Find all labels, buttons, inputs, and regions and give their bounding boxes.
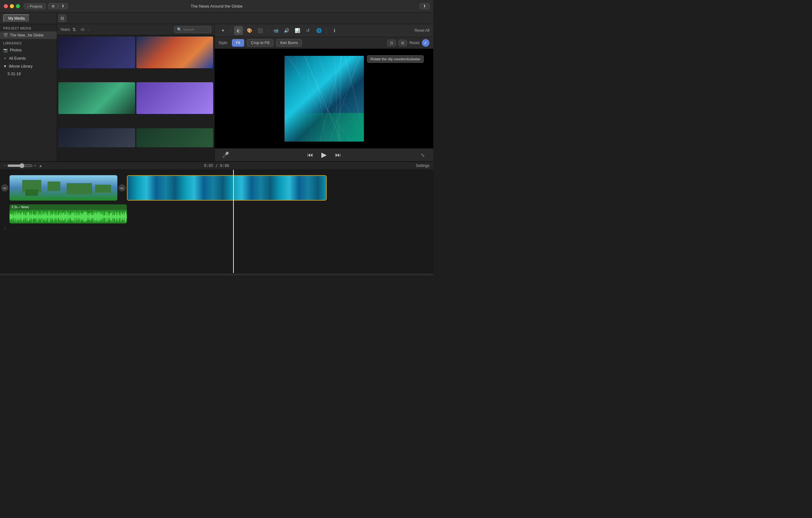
style-fit-button[interactable]: Fit [232,39,244,47]
balance-icon[interactable]: ◐ [234,26,243,35]
audio-track-row: 3.3s – News [0,203,433,224]
sidebar-item-project[interactable]: 🎬 The New...he Globe [0,31,57,39]
title-bar: ‹ Projects ⊞ ⬇ The News Around the Globe… [0,0,433,13]
media-thumb-trello[interactable] [136,82,213,114]
media-toolbar: Years ⇅ All ⌄ 🔍 [57,24,214,35]
aspect-ratio-square-button[interactable]: ⊟ [398,40,407,46]
zoom-out-icon[interactable]: − [4,163,6,168]
photos-label: Photos [10,48,22,52]
layout-toggle-button[interactable]: ⊟ [58,15,66,22]
tab-my-media[interactable]: My Media [3,14,30,23]
timeline-header: − + ▲ 0:05 / 0:06 Settings [0,162,433,170]
grid-icon: ⊞ [52,4,55,8]
skip-forward-button[interactable]: ⏭ [334,151,343,159]
info-icon[interactable]: ℹ [330,26,339,35]
timeline-scrollbar[interactable] [0,273,433,275]
settings-label: Settings [416,163,430,168]
inspector-sep-2 [268,27,268,34]
film-icon: 🎬 [3,33,8,37]
sidebar-item-photos[interactable]: 📷 Photos [0,46,57,54]
sidebar-item-5-31-19[interactable]: 5-31-19 [0,70,57,78]
search-box[interactable]: 🔍 [174,26,211,33]
volume-icon[interactable]: 🔊 [282,26,291,35]
media-thumb-winter[interactable] [136,36,213,68]
camera-stabilize-icon[interactable]: 📹 [271,26,280,35]
playhead-indicator [232,170,235,170]
globe-icon[interactable]: 🌐 [314,26,323,35]
content-split: Years ⇅ All ⌄ 🔍 [57,24,433,161]
all-events-label: All Events [9,56,26,61]
inspector-sep-1 [231,27,231,34]
main-nav-tabs: ⊟ [57,13,433,24]
download-button[interactable]: ⬇ [58,3,68,9]
inspector-sep-3 [326,27,327,34]
sidebar: My Media PROJECT MEDIA 🎬 The New...he Gl… [0,13,57,161]
library-expand-icon: ▼ [3,64,7,69]
app-body: My Media PROJECT MEDIA 🎬 The New...he Gl… [0,13,433,275]
years-filter-label: Years [60,27,70,32]
media-thumb-scrabble[interactable] [58,36,135,68]
video-track-row: ⏮ ⏭ [0,173,433,202]
play-pause-button[interactable]: ▶ [320,151,328,159]
speed-icon[interactable]: ↺ [303,26,313,35]
all-filter[interactable]: All [81,28,84,31]
main-content: ⊟ Years ⇅ All ⌄ 🔍 [57,13,433,161]
confirm-button[interactable]: ✓ [422,39,430,47]
library-view-button[interactable]: ⊞ [48,3,58,9]
inspector-bar: ✦ ◐ 🎨 ⬛ 📹 🔊 📊 ↺ 🌐 ℹ Reset All [215,24,433,37]
timeline-tracks: ⏮ ⏭ 3.3s – News [0,170,433,273]
fullscreen-button[interactable]: ⤡ [418,151,427,159]
reset-all-button[interactable]: Reset All [414,28,430,33]
reset-button[interactable]: Reset [409,40,419,45]
search-icon: 🔍 [177,27,182,32]
library-label: iMovie Library [9,64,33,69]
style-crop-to-fill-button[interactable]: Crop to Fill [247,39,273,47]
nav-tabs: My Media [0,13,57,24]
audio-clip[interactable]: 3.3s – News [9,205,127,223]
aspect-ratio-wide-button[interactable]: ⊡ [387,40,396,46]
track-handle-right: ⏭ [117,173,127,202]
maximize-button[interactable] [16,4,20,8]
zoom-triangle-icon: ▲ [39,163,42,168]
media-thumb-waterfall[interactable] [58,82,135,114]
color-icon[interactable]: 🎨 [245,26,254,35]
photos-icon: 📷 [3,48,8,52]
date-label: 5-31-19 [8,72,21,76]
mic-button[interactable]: 🎤 [221,151,230,159]
timeline-timecode: 0:05 / 0:06 [204,163,229,168]
clip-waterfall[interactable] [127,175,327,200]
zoom-control: − + ▲ [4,163,42,168]
share-button[interactable]: ⬆ [419,3,430,9]
track-handle-btn-right[interactable]: ⏭ [119,184,125,191]
search-input[interactable] [183,28,208,31]
project-label: The New...he Globe [10,33,44,37]
preview-video [285,56,364,141]
top-section: My Media PROJECT MEDIA 🎬 The New...he Gl… [0,13,433,162]
media-thumb-screenshot1[interactable] [58,128,135,147]
zoom-slider[interactable] [7,163,33,168]
window-title: The News Around the Globe [191,4,242,8]
zoom-in-icon[interactable]: + [34,163,36,168]
world-map-canvas [9,175,117,200]
settings-button[interactable]: Settings [416,163,430,168]
media-thumb-screenshot2[interactable] [136,128,213,147]
crop-icon[interactable]: ⬛ [256,26,264,35]
back-projects-button[interactable]: ‹ Projects [24,3,46,9]
audio-waveform [9,210,127,223]
skip-back-button[interactable]: ⏮ [306,151,315,159]
playback-controls: ⏮ ▶ ⏭ [306,151,343,159]
magic-wand-icon[interactable]: ✦ [219,26,227,35]
close-button[interactable] [4,4,8,8]
sidebar-item-all-events[interactable]: ＋ All Events [0,54,57,62]
track-handle-btn-left[interactable]: ⏮ [1,184,8,191]
minimize-button[interactable] [10,4,14,8]
libraries-title: LIBRARIES [0,39,57,46]
title-bar-right: ⬆ [419,3,430,9]
equalizer-icon[interactable]: 📊 [293,26,302,35]
clip-world-map[interactable] [9,175,117,200]
audio-clip-label: 3.3s – News [9,205,127,210]
all-events-icon: ＋ [3,56,7,61]
sidebar-item-imovie-library[interactable]: ▼ iMovie Library [0,62,57,70]
media-grid [57,35,214,161]
style-ken-burns-button[interactable]: Ken Burns [276,39,302,47]
